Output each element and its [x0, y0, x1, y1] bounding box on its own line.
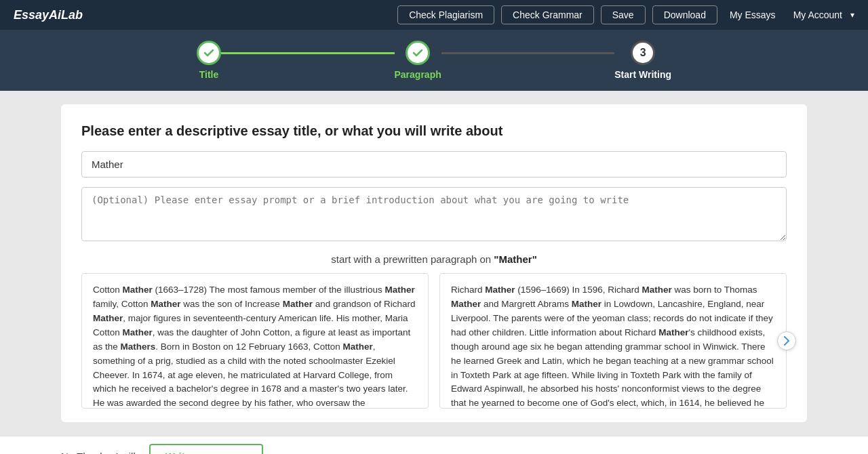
logo: EssayAiLab	[14, 8, 83, 22]
step-paragraph-circle	[406, 41, 430, 65]
step-title-circle	[197, 41, 221, 65]
step-start-writing: 3 Start Writing	[614, 41, 671, 80]
download-button[interactable]: Download	[652, 5, 717, 24]
check-grammar-button[interactable]: Check Grammar	[501, 5, 594, 24]
paragraph-cards-row: Cotton Mather (1663–1728) The most famou…	[81, 273, 787, 409]
step-start-writing-circle: 3	[631, 41, 655, 65]
step-start-writing-label: Start Writing	[614, 69, 671, 80]
steps-bar: Title Paragraph 3 Start Writing	[0, 30, 868, 91]
my-account-menu[interactable]: My Account ▾	[788, 6, 854, 24]
step-title: Title	[197, 41, 221, 80]
write-own-button[interactable]: Write on my own	[149, 444, 263, 454]
steps-container: Title Paragraph 3 Start Writing	[197, 41, 671, 80]
form-title: Please enter a descriptive essay title, …	[81, 123, 787, 139]
paragraph-card-2[interactable]: Richard Mather (1596–1669) In 1596, Rich…	[439, 273, 787, 409]
next-paragraph-arrow[interactable]	[777, 331, 796, 350]
main-card: Please enter a descriptive essay title, …	[61, 104, 807, 422]
step-3-number: 3	[640, 47, 646, 59]
my-account-button[interactable]: My Account	[788, 6, 848, 24]
essay-prompt-textarea[interactable]	[81, 187, 787, 241]
prewritten-label: start with a prewritten paragraph on "Ma…	[81, 253, 787, 265]
essay-title-input[interactable]	[81, 151, 787, 178]
step-title-label: Title	[199, 69, 219, 80]
paragraph-card-1[interactable]: Cotton Mather (1663–1728) The most famou…	[81, 273, 429, 409]
step-line-2	[441, 52, 615, 54]
bottom-bar: No Thanks. I will Write on my own	[0, 436, 868, 454]
no-thanks-label: No Thanks. I will	[61, 451, 136, 454]
main-content: Please enter a descriptive essay title, …	[0, 91, 868, 436]
save-button[interactable]: Save	[601, 5, 646, 24]
header: EssayAiLab Check Plagiarism Check Gramma…	[0, 0, 868, 30]
step-line-1	[221, 52, 395, 54]
account-chevron-icon: ▾	[850, 10, 854, 20]
my-essays-link[interactable]: My Essays	[724, 6, 781, 24]
step-paragraph: Paragraph	[395, 41, 441, 80]
check-plagiarism-button[interactable]: Check Plagiarism	[397, 5, 494, 24]
step-paragraph-label: Paragraph	[395, 69, 441, 80]
